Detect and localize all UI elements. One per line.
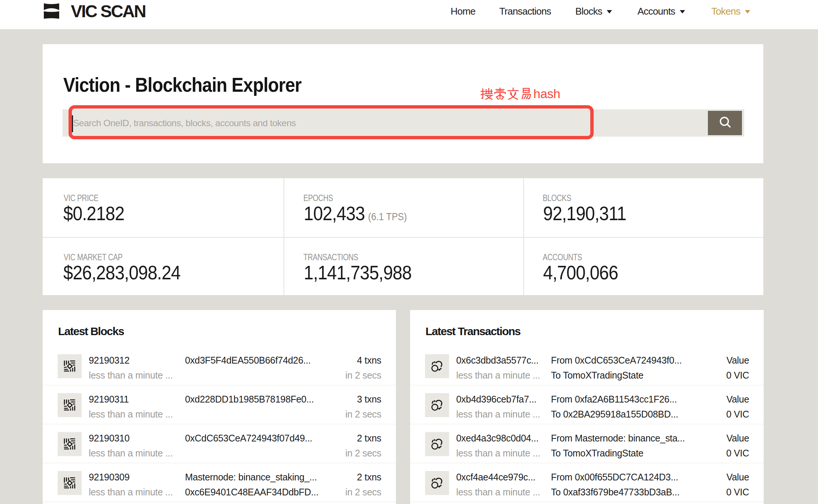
svg-text:hash: hash [533,87,560,101]
